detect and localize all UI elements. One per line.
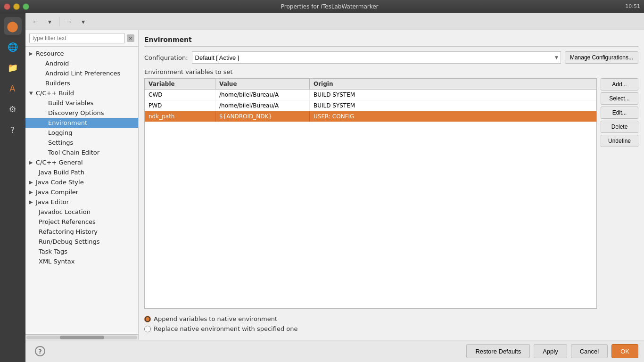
tree-item-project-refs[interactable]: Project References	[25, 217, 138, 227]
forward-button[interactable]: →	[63, 16, 75, 27]
tree-item-java-editor[interactable]: ▶ Java Editor	[25, 197, 138, 207]
tree-item-builders[interactable]: Builders	[25, 78, 138, 88]
col-variable: Variable	[145, 79, 215, 89]
table-row[interactable]: PWD /home/bilel/Bureau/A BUILD SYSTEM	[145, 100, 596, 111]
config-label: Configuration:	[144, 54, 188, 61]
expand-icon: ▶	[29, 51, 34, 56]
cell-variable: CWD	[145, 90, 215, 100]
tree-item-toolchain[interactable]: Tool Chain Editor	[25, 148, 138, 157]
minimize-button[interactable]	[13, 3, 20, 10]
tree-label: Task Tags	[39, 248, 67, 255]
toolbar-separator	[59, 17, 59, 26]
col-origin: Origin	[310, 79, 596, 89]
filter-input[interactable]	[29, 33, 125, 43]
restore-defaults-button[interactable]: Restore Defaults	[466, 344, 530, 358]
bottom-bar: ? Restore Defaults Apply Cancel OK	[25, 340, 644, 362]
edit-button[interactable]: Edit...	[601, 107, 638, 119]
cancel-button[interactable]: Cancel	[571, 344, 608, 358]
filter-clear-button[interactable]: ✕	[127, 34, 134, 42]
dock-app-icon[interactable]: A	[4, 79, 22, 97]
tree-item-task-tags[interactable]: Task Tags	[25, 247, 138, 256]
config-row: Configuration: Default [ Active ] Manage…	[144, 51, 638, 64]
table-header: Variable Value Origin	[145, 79, 596, 90]
expand-icon: ▼	[29, 90, 34, 96]
content-area: ✕ ▶ Resource Android	[25, 30, 644, 340]
help-area: ?	[31, 346, 45, 356]
tree-item-javadoc[interactable]: Javadoc Location	[25, 207, 138, 217]
cell-origin: BUILD SYSTEM	[310, 90, 596, 100]
tree-label: Java Compiler	[36, 189, 78, 196]
undefine-button[interactable]: Undefine	[601, 135, 638, 147]
tree-label: Discovery Options	[48, 109, 104, 116]
radio-append-input[interactable]	[144, 316, 151, 322]
tree-item-environment[interactable]: Environment	[25, 118, 138, 128]
scrollbar-thumb[interactable]	[60, 336, 104, 339]
table-row[interactable]: CWD /home/bilel/Bureau/A BUILD SYSTEM	[145, 90, 596, 100]
close-button[interactable]	[4, 3, 10, 10]
env-table-area: Variable Value Origin CWD /home/bilel/Bu…	[144, 78, 638, 309]
apply-button[interactable]: Apply	[534, 344, 567, 358]
tree-item-cpp-general[interactable]: ▶ C/C++ General	[25, 157, 138, 167]
dock-home-icon[interactable]: ⬤	[4, 17, 22, 35]
dock-browser-icon[interactable]: 🌐	[4, 38, 22, 56]
scrollbar-track[interactable]	[26, 336, 137, 339]
tree-label: Android Lint Preferences	[45, 70, 120, 77]
radio-replace-input[interactable]	[144, 326, 151, 332]
dock-help-icon[interactable]: ?	[4, 121, 22, 139]
tree-item-xml-syntax[interactable]: XML Syntax	[25, 256, 138, 266]
table-body: CWD /home/bilel/Bureau/A BUILD SYSTEM PW…	[145, 90, 596, 308]
tree-label: Tool Chain Editor	[48, 149, 99, 156]
tree-item-discovery[interactable]: Discovery Options	[25, 108, 138, 118]
tree-item-run-debug[interactable]: Run/Debug Settings	[25, 237, 138, 247]
cell-value: /home/bilel/Bureau/A	[215, 100, 310, 111]
tree-item-cpp-build[interactable]: ▼ C/C++ Build	[25, 88, 138, 98]
env-table: Variable Value Origin CWD /home/bilel/Bu…	[144, 78, 597, 309]
table-row-selected[interactable]: ndk_path ${ANDROID_NDK} USER: CONFIG	[145, 111, 596, 122]
cell-origin: USER: CONFIG	[310, 111, 596, 122]
expand-icon: ▶	[29, 189, 34, 195]
tree-item-build-vars[interactable]: Build Variables	[25, 98, 138, 108]
env-section-label: Environment variables to set	[144, 68, 638, 75]
add-button[interactable]: Add...	[601, 78, 638, 90]
dock: ⬤ 🌐 📁 A ⚙ ?	[0, 13, 25, 362]
tree-item-java-build-path[interactable]: Java Build Path	[25, 167, 138, 177]
delete-button[interactable]: Delete	[601, 121, 638, 133]
tree-item-android-lint[interactable]: Android Lint Preferences	[25, 68, 138, 78]
forward-dropdown[interactable]: ▾	[77, 16, 89, 27]
dock-settings-icon[interactable]: ⚙	[4, 100, 22, 118]
tree-item-java-compiler[interactable]: ▶ Java Compiler	[25, 187, 138, 197]
tree-item-resource[interactable]: ▶ Resource	[25, 49, 138, 58]
tree-label: Android	[45, 60, 69, 67]
cell-origin: BUILD SYSTEM	[310, 100, 596, 111]
ok-button[interactable]: OK	[611, 344, 638, 358]
window-controls[interactable]	[4, 3, 29, 10]
tree-label: Java Code Style	[36, 179, 84, 186]
env-section: Environment variables to set Variable Va…	[144, 68, 638, 309]
radio-replace[interactable]: Replace native environment with specifie…	[144, 325, 638, 332]
back-button[interactable]: ←	[29, 16, 41, 27]
titlebar: Properties for iTesLabWatermarker 10:51	[0, 0, 644, 13]
tree-label: Build Variables	[48, 99, 93, 107]
dock-files-icon[interactable]: 📁	[4, 58, 22, 76]
tree-item-settings[interactable]: Settings	[25, 138, 138, 148]
tree-label: Run/Debug Settings	[39, 238, 100, 245]
tree-item-java-code-style[interactable]: ▶ Java Code Style	[25, 177, 138, 187]
tree-item-refactoring[interactable]: Refactoring History	[25, 227, 138, 237]
select-button[interactable]: Select...	[601, 92, 638, 105]
radio-replace-label: Replace native environment with specifie…	[154, 325, 297, 332]
radio-append-label: Append variables to native environment	[154, 315, 277, 322]
dialog-toolbar: ← ▾ → ▾	[25, 13, 644, 30]
left-panel: ✕ ▶ Resource Android	[25, 30, 139, 340]
config-select[interactable]: Default [ Active ]	[192, 51, 561, 64]
tree-item-android[interactable]: Android	[25, 58, 138, 68]
expand-icon: ▶	[29, 160, 34, 165]
manage-configurations-button[interactable]: Manage Configurations...	[565, 51, 638, 64]
maximize-button[interactable]	[23, 3, 29, 10]
tree-label: Settings	[48, 139, 73, 146]
horizontal-scrollbar[interactable]	[25, 334, 138, 340]
back-dropdown[interactable]: ▾	[43, 16, 56, 27]
tree-label: Logging	[48, 129, 73, 136]
radio-append[interactable]: Append variables to native environment	[144, 315, 638, 322]
tree-item-logging[interactable]: Logging	[25, 128, 138, 138]
help-button[interactable]: ?	[35, 346, 45, 356]
